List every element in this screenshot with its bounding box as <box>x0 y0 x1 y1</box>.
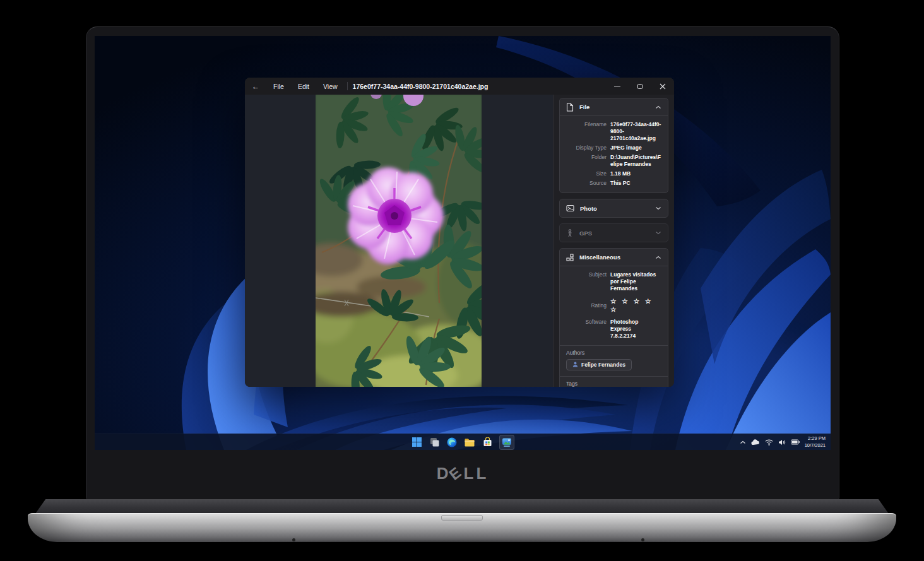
laptop-mockup: DELL <box>0 0 924 561</box>
miscellaneous-card-header[interactable]: Miscellaneous <box>560 249 668 266</box>
authors-section: Authors Felipe Fernandes <box>560 345 668 376</box>
file-row-value: This PC <box>610 180 661 187</box>
menu-edit[interactable]: Edit <box>291 83 316 90</box>
file-row-value: JPEG image <box>610 145 661 151</box>
photos-app-button-active[interactable] <box>499 435 514 450</box>
task-view-button[interactable] <box>429 437 440 448</box>
menu-file[interactable]: File <box>266 83 291 90</box>
clock-date: 10/7/2021 <box>805 442 826 449</box>
lid-open-notch <box>441 515 483 521</box>
file-explorer-icon <box>465 438 475 447</box>
photo-viewer <box>245 95 553 387</box>
file-row-value: D:\Juand\Pictures\Felipe Fernandes <box>610 154 661 168</box>
titlebar: ← File Edit View 176e0f77-34aa-44f0-9800… <box>245 78 674 95</box>
photos-app-icon <box>502 438 512 447</box>
titlebar-separator <box>347 82 348 90</box>
close-button[interactable] <box>651 78 674 95</box>
file-icon <box>566 103 574 112</box>
volume-icon[interactable] <box>778 439 786 446</box>
flower-photo <box>316 95 482 387</box>
gps-card: GPS <box>559 223 668 242</box>
file-row-value: 176e0f77-34aa-44f0-9800-21701c40a2ae.jpg <box>610 121 661 142</box>
gps-icon <box>566 229 574 237</box>
tray-chevron-up-icon[interactable] <box>740 440 746 445</box>
subject-label: Subject <box>566 271 607 292</box>
photos-app-window: ← File Edit View 176e0f77-34aa-44f0-9800… <box>245 78 674 387</box>
task-view-icon <box>430 437 439 447</box>
file-row-value: 1.18 MB <box>610 170 661 177</box>
laptop-base-front <box>28 513 896 542</box>
file-card: File Filename 176e0f77-34aa-44f0-9800-21… <box>559 98 668 193</box>
microsoft-store-icon <box>483 437 492 447</box>
tags-label: Tags <box>566 381 661 387</box>
person-icon <box>572 362 578 367</box>
minimize-button[interactable] <box>606 78 629 95</box>
author-chip[interactable]: Felipe Fernandes <box>566 359 632 370</box>
onedrive-cloud-icon[interactable] <box>751 439 760 446</box>
edge-icon <box>447 437 457 447</box>
file-explorer-button[interactable] <box>464 437 475 448</box>
file-row-label: Display Type <box>566 145 607 151</box>
maximize-icon <box>637 84 643 89</box>
edge-browser-button[interactable] <box>446 437 458 448</box>
battery-icon[interactable] <box>791 439 800 445</box>
miscellaneous-card: Miscellaneous Subject Lugares visitados … <box>559 248 668 387</box>
file-card-header[interactable]: File <box>560 98 668 116</box>
close-icon <box>660 83 666 90</box>
windows-start-icon <box>412 437 422 447</box>
minimize-icon <box>614 86 620 86</box>
wifi-icon[interactable] <box>765 439 773 446</box>
tags-section: Tags São Paulo City <box>560 376 668 387</box>
photo-card-header[interactable]: Photo <box>560 199 668 217</box>
chevron-down-icon <box>655 230 661 235</box>
rating-label: Rating <box>566 302 607 309</box>
file-row-label: Filename <box>566 121 607 142</box>
chevron-down-icon <box>655 206 661 211</box>
subject-value: Lugares visitados por Felipe Fernandes <box>610 271 661 292</box>
file-row-label: Folder <box>566 154 607 168</box>
info-panel: File Filename 176e0f77-34aa-44f0-9800-21… <box>553 95 674 387</box>
taskbar-clock[interactable]: 2:29 PM 10/7/2021 <box>805 435 826 448</box>
laptop-shadow <box>95 540 829 555</box>
photo-card: Photo <box>559 199 668 218</box>
chevron-up-icon <box>655 105 661 110</box>
gps-card-header[interactable]: GPS <box>560 224 668 242</box>
photo-icon <box>566 204 574 212</box>
rating-stars[interactable]: ☆ ☆ ☆ ☆ ☆ <box>610 297 661 314</box>
clock-time: 2:29 PM <box>805 435 826 442</box>
software-label: Software <box>566 319 607 340</box>
maximize-button[interactable] <box>629 78 651 95</box>
laptop-screen: ← File Edit View 176e0f77-34aa-44f0-9800… <box>95 36 831 450</box>
miscellaneous-icon <box>566 254 574 261</box>
taskbar: 2:29 PM 10/7/2021 <box>95 434 831 450</box>
back-button[interactable]: ← <box>245 82 266 91</box>
dell-logo: DELL <box>86 464 839 483</box>
start-button[interactable] <box>411 437 422 448</box>
software-value: Photoshop Express 7.8.2.2174 <box>610 319 661 340</box>
file-row-label: Source <box>566 180 607 187</box>
file-row-label: Size <box>566 170 607 177</box>
chevron-up-icon <box>655 255 661 260</box>
window-title: 176e0f77-34aa-44f0-9800-21701c40a2ae.jpg <box>353 83 489 90</box>
laptop-keyboard-deck-edge <box>35 499 889 514</box>
menu-view[interactable]: View <box>316 83 345 90</box>
microsoft-store-button[interactable] <box>482 437 493 448</box>
authors-label: Authors <box>566 350 661 356</box>
